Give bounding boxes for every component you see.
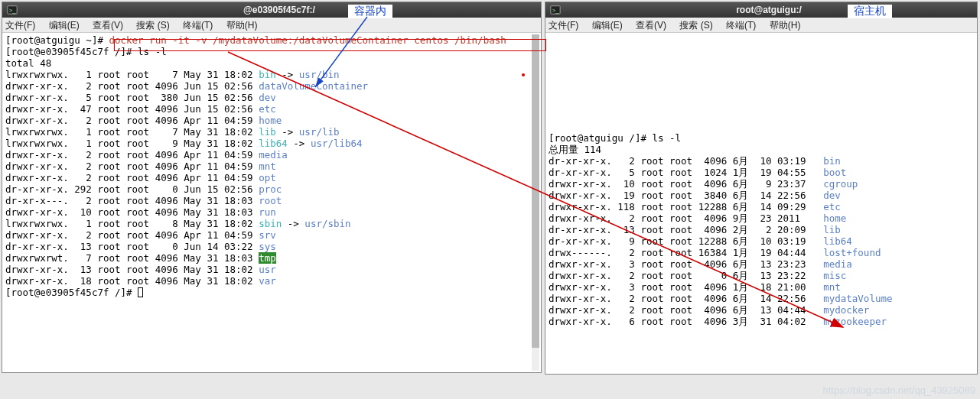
menu-terminal[interactable]: 终端(T)	[183, 18, 213, 33]
menu-terminal[interactable]: 终端(T)	[726, 18, 756, 33]
watermark: https://blog.csdn.net/qq_43925089	[823, 384, 976, 396]
menu-view[interactable]: 查看(V)	[93, 18, 123, 33]
left-terminal-window: >_ @e03905f45c7f:/ 文件(F) 编辑(E) 查看(V) 搜索 …	[2, 2, 542, 373]
menu-file[interactable]: 文件(F)	[549, 18, 578, 33]
right-titlebar[interactable]: >_ root@atguigu:/	[545, 2, 977, 18]
left-terminal-body[interactable]: [root@atguigu ~]# docker run -it -v /myd…	[2, 33, 541, 300]
right-menubar: 文件(F) 编辑(E) 查看(V) 搜索 (S) 终端(T) 帮助(H)	[545, 18, 977, 33]
menu-edit[interactable]: 编辑(E)	[592, 18, 623, 33]
right-window-title: root@atguigu:/	[565, 2, 972, 18]
terminal-icon: >_	[7, 5, 18, 15]
label-host: 宿主机	[848, 5, 892, 18]
left-menubar: 文件(F) 编辑(E) 查看(V) 搜索 (S) 终端(T) 帮助(H)	[2, 18, 541, 33]
right-terminal-window: >_ root@atguigu:/ 文件(F) 编辑(E) 查看(V) 搜索 (…	[545, 2, 978, 375]
menu-view[interactable]: 查看(V)	[636, 18, 666, 33]
right-terminal-body[interactable]: [root@atguigu /]# ls -l总用量 114dr-xr-xr-x…	[545, 33, 977, 329]
left-titlebar[interactable]: >_ @e03905f45c7f:/	[2, 2, 541, 18]
menu-edit[interactable]: 编辑(E)	[49, 18, 80, 33]
menu-file[interactable]: 文件(F)	[5, 18, 35, 33]
left-scrollbar[interactable]	[532, 34, 539, 371]
menu-help[interactable]: 帮助(H)	[226, 18, 258, 33]
svg-text:>_: >_	[552, 7, 560, 14]
left-window-title: @e03905f45c7f:/	[22, 2, 536, 18]
label-container: 容器内	[348, 5, 392, 18]
terminal-icon: >_	[550, 5, 561, 15]
svg-text:>_: >_	[9, 7, 17, 14]
menu-search[interactable]: 搜索 (S)	[679, 18, 712, 33]
menu-search[interactable]: 搜索 (S)	[136, 18, 169, 33]
menu-help[interactable]: 帮助(H)	[770, 18, 801, 33]
